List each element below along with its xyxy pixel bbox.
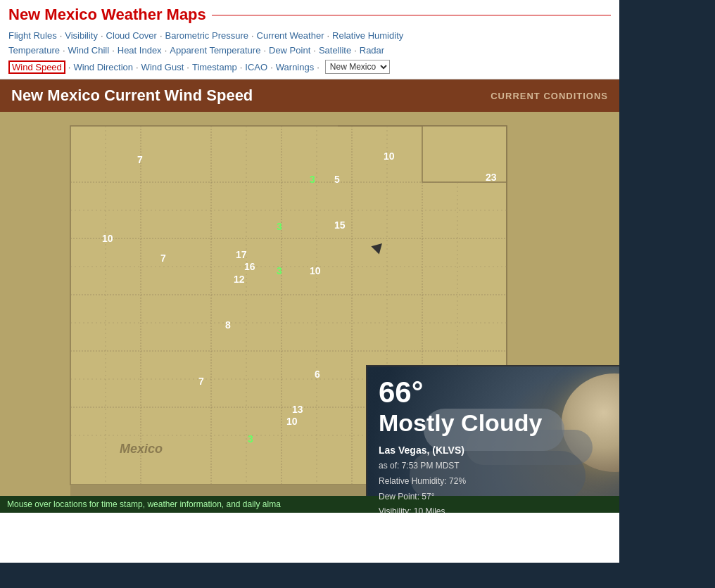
nav-wind-direction[interactable]: Wind Direction (73, 62, 133, 72)
wind-number: 6 (315, 369, 320, 380)
popup-humidity: Relative Humidity: 72% (379, 474, 619, 490)
wind-number: 7 (160, 253, 166, 264)
nav-dew-point[interactable]: Dew Point (269, 45, 310, 56)
nav-row-2: Temperature · Wind Chill · Heat Index · … (8, 43, 611, 58)
wind-number: 3 (277, 221, 282, 232)
popup-details: as of: 7:53 PM MDST Relative Humidity: 7… (379, 459, 619, 513)
nav-timestamp[interactable]: Timestamp (192, 62, 237, 72)
header: New Mexico Weather Maps Flight Rules · V… (0, 0, 619, 79)
popup-condition: Mostly Cloudy (379, 410, 619, 436)
wind-number: 3 (248, 433, 253, 445)
nav-barometric-pressure[interactable]: Barometric Pressure (165, 30, 248, 41)
wind-number: 13 (292, 404, 303, 415)
popup-time: as of: 7:53 PM MDST (379, 459, 619, 474)
wind-number: 16 (244, 261, 255, 272)
mexico-label: Mexico (120, 442, 163, 456)
wind-number: 17 (236, 249, 247, 260)
nav-cloud-cover[interactable]: Cloud Cover (106, 30, 157, 41)
site-title: New Mexico Weather Maps (8, 6, 206, 24)
nav-row-3: Wind Speed · Wind Direction · Wind Gust … (8, 58, 611, 76)
popup-station: Las Vegas, (KLVS) (379, 445, 619, 456)
nav-wind-chill[interactable]: Wind Chill (68, 45, 110, 56)
nav-relative-humidity[interactable]: Relative Humidity (332, 30, 403, 41)
nav-visibility[interactable]: Visibility (65, 30, 98, 41)
nav-heat-index[interactable]: Heat Index (118, 45, 162, 56)
wind-number: 12 (234, 274, 245, 285)
weather-popup: 66° Mostly Cloudy Las Vegas, (KLVS) as o… (366, 365, 619, 513)
wind-number: 23 (486, 172, 497, 183)
popup-temperature: 66° (379, 378, 619, 407)
wind-number: 3 (277, 265, 282, 276)
wind-number: 10 (102, 233, 113, 244)
wind-number: 3 (310, 174, 315, 185)
nav-wind-gust[interactable]: Wind Gust (141, 62, 184, 72)
nav-apparent-temp[interactable]: Apparent Temperature (170, 45, 260, 56)
title-line: New Mexico Weather Maps (8, 6, 611, 24)
nav-temperature[interactable]: Temperature (8, 45, 60, 56)
wind-number: 10 (384, 151, 395, 162)
status-text: Mouse over locations for time stamp, wea… (7, 499, 281, 509)
nav-icao[interactable]: ICAO (245, 62, 267, 72)
map-title: New Mexico Current Wind Speed (11, 87, 253, 105)
wind-number: 7 (198, 376, 204, 387)
map-subtitle: CURRENT CONDITIONS (491, 91, 608, 101)
state-select[interactable]: New Mexico (325, 60, 390, 74)
title-rule (212, 15, 611, 15)
nav-satellite[interactable]: Satellite (319, 45, 351, 56)
nav-flight-rules[interactable]: Flight Rules (8, 30, 57, 41)
wind-number: 15 (334, 219, 346, 231)
nav-row-1: Flight Rules · Visibility · Cloud Cover … (8, 28, 611, 43)
nav-warnings[interactable]: Warnings (276, 62, 314, 72)
nav-radar[interactable]: Radar (360, 45, 384, 56)
wind-number: 5 (334, 174, 340, 185)
popup-content: 66° Mostly Cloudy Las Vegas, (KLVS) as o… (367, 366, 619, 513)
popup-dew-point: Dew Point: 57° (379, 490, 619, 505)
wind-number: 10 (310, 265, 321, 276)
wind-number: 10 (286, 416, 298, 427)
wind-number: 8 (225, 319, 231, 331)
map-area[interactable]: 710352310315717163101287613103 Mexico 66… (0, 112, 619, 513)
nav-current-weather[interactable]: Current Weather (257, 30, 324, 41)
popup-visibility: Visibility: 10 Miles (379, 504, 619, 513)
nav-wind-speed[interactable]: Wind Speed (8, 60, 65, 74)
wind-number: 7 (137, 154, 143, 165)
map-header: New Mexico Current Wind Speed CURRENT CO… (0, 79, 619, 112)
